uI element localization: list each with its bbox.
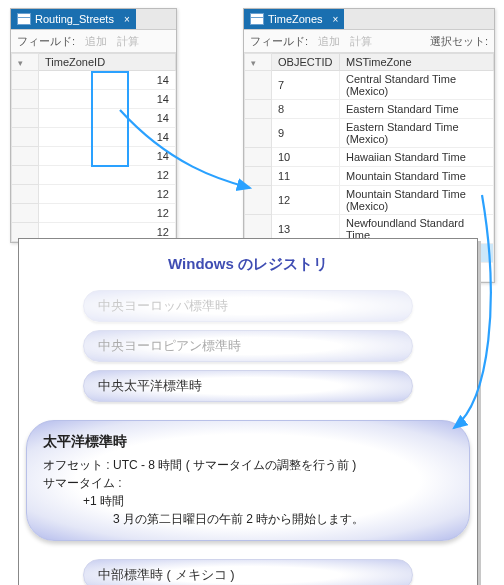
row-header-blank: ▾ [12,54,39,71]
row-header[interactable] [245,148,272,167]
cell-objectid[interactable]: 10 [272,148,340,167]
timezones-col-mstimezone[interactable]: MSTimeZone [340,54,494,71]
row-header[interactable] [12,185,39,204]
chevron-down-icon: ▾ [18,58,25,68]
cell-mstimezone[interactable]: Hawaiian Standard Time [340,148,494,167]
cell-timezoneid[interactable]: 12 [39,204,176,223]
timezones-tab-label: TimeZones [268,13,323,25]
hero-dst-label: サマータイム : [43,474,453,492]
row-header[interactable] [245,167,272,186]
routing-tab[interactable]: Routing_Streets × [11,9,136,29]
tab-bar: Routing_Streets × [11,9,176,30]
table-row[interactable]: 9Eastern Standard Time (Mexico) [245,119,494,148]
row-header[interactable] [12,204,39,223]
table-row[interactable]: 14 [12,71,176,90]
cell-timezoneid[interactable]: 14 [39,71,176,90]
cell-objectid[interactable]: 11 [272,167,340,186]
table-row[interactable]: 12 [12,204,176,223]
cell-objectid[interactable]: 9 [272,119,340,148]
cell-timezoneid[interactable]: 12 [39,185,176,204]
hero-title: 太平洋標準時 [43,431,453,452]
table-row[interactable]: 14 [12,128,176,147]
table-row[interactable]: 14 [12,109,176,128]
table-icon [250,13,264,25]
tab-bar: TimeZones × [244,9,494,30]
routing-col-timezoneid[interactable]: TimeZoneID [39,54,176,71]
timezones-col-objectid[interactable]: OBJECTID [272,54,340,71]
windows-registry-panel: Windows のレジストリ 中央ヨーロッパ標準時 中央ヨーロピアン標準時 中央… [18,238,478,585]
calc-button[interactable]: 計算 [350,34,372,49]
field-label: フィールド: [250,34,308,49]
add-button[interactable]: 追加 [318,34,340,49]
cell-mstimezone[interactable]: Eastern Standard Time (Mexico) [340,119,494,148]
table-icon [17,13,31,25]
field-label: フィールド: [17,34,75,49]
table-row[interactable]: 10Hawaiian Standard Time [245,148,494,167]
calc-button[interactable]: 計算 [117,34,139,49]
cell-timezoneid[interactable]: 12 [39,166,176,185]
cell-timezoneid[interactable]: 14 [39,128,176,147]
cell-timezoneid[interactable]: 14 [39,147,176,166]
row-header[interactable] [245,119,272,148]
table-row[interactable]: 14 [12,90,176,109]
table-row[interactable]: 12 [12,185,176,204]
add-button[interactable]: 追加 [85,34,107,49]
registry-item: 中央太平洋標準時 [83,370,413,402]
close-icon[interactable]: × [333,14,339,25]
row-header[interactable] [245,100,272,119]
select-set-label: 選択セット: [430,34,488,49]
timezones-toolbar: フィールド: 追加 計算 選択セット: [244,30,494,53]
row-header[interactable] [12,90,39,109]
row-header[interactable] [12,147,39,166]
table-row[interactable]: 12Mountain Standard Time (Mexico) [245,186,494,215]
close-icon[interactable]: × [124,14,130,25]
cell-mstimezone[interactable]: Mountain Standard Time [340,167,494,186]
table-row[interactable]: 8Eastern Standard Time [245,100,494,119]
registry-list: 中央ヨーロッパ標準時 中央ヨーロピアン標準時 中央太平洋標準時 太平洋標準時 オ… [29,290,467,585]
row-header[interactable] [12,128,39,147]
routing-streets-table: Routing_Streets × フィールド: 追加 計算 ▾ TimeZon… [10,8,177,243]
table-row[interactable]: 7Central Standard Time (Mexico) [245,71,494,100]
row-header[interactable] [245,71,272,100]
table-row[interactable]: 14 [12,147,176,166]
timezones-tab[interactable]: TimeZones × [244,9,344,29]
cell-timezoneid[interactable]: 14 [39,90,176,109]
routing-toolbar: フィールド: 追加 計算 [11,30,176,53]
row-header[interactable] [12,109,39,128]
cell-objectid[interactable]: 7 [272,71,340,100]
registry-item: 中央ヨーロッパ標準時 [83,290,413,322]
hero-dst-rule: 3 月の第二日曜日の午前 2 時から開始します。 [43,510,453,528]
row-header[interactable] [245,186,272,215]
chevron-down-icon: ▾ [251,58,258,68]
cell-timezoneid[interactable]: 14 [39,109,176,128]
routing-grid: ▾ TimeZoneID 141414141412121212 [11,53,176,242]
cell-mstimezone[interactable]: Eastern Standard Time [340,100,494,119]
registry-hero-pacific: 太平洋標準時 オフセット : UTC - 8 時間 ( サマータイムの調整を行う… [26,420,470,541]
cell-objectid[interactable]: 12 [272,186,340,215]
row-header[interactable] [12,166,39,185]
cell-objectid[interactable]: 8 [272,100,340,119]
cell-mstimezone[interactable]: Mountain Standard Time (Mexico) [340,186,494,215]
row-header-blank: ▾ [245,54,272,71]
hero-offset: オフセット : UTC - 8 時間 ( サマータイムの調整を行う前 ) [43,456,453,474]
hero-dst-offset: +1 時間 [43,492,453,510]
registry-item: 中部標準時 ( メキシコ ) [83,559,413,585]
routing-tab-label: Routing_Streets [35,13,114,25]
row-header[interactable] [12,71,39,90]
registry-title: Windows のレジストリ [29,255,467,274]
registry-item: 中央ヨーロピアン標準時 [83,330,413,362]
table-row[interactable]: 11Mountain Standard Time [245,167,494,186]
table-row[interactable]: 12 [12,166,176,185]
cell-mstimezone[interactable]: Central Standard Time (Mexico) [340,71,494,100]
